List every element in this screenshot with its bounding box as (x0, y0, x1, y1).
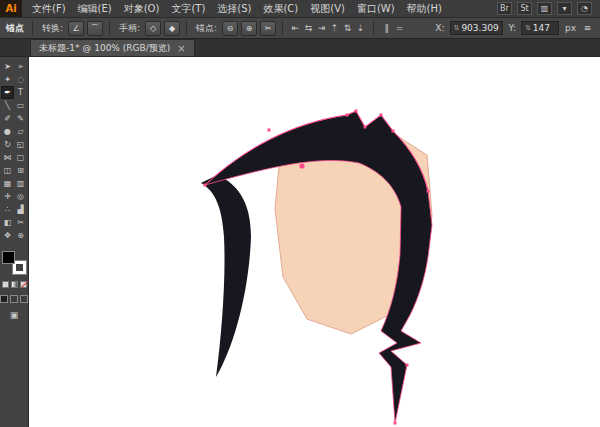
column-graph-tool[interactable]: ▟ (14, 203, 27, 216)
paintbrush-tool[interactable]: ✐ (1, 112, 14, 125)
control-groups: 转换:∠⌒手柄:◇◆锚点:⊖⊕✂ (39, 21, 276, 36)
menu-item[interactable]: 文件(F) (26, 0, 72, 17)
convert-to-smooth-button[interactable]: ⌒ (87, 21, 103, 36)
menu-item[interactable]: 文字(T) (165, 0, 211, 17)
selected-anchor-point[interactable] (299, 163, 304, 168)
styles-panel-icon[interactable]: St (517, 2, 532, 15)
artboard-tool[interactable]: ◧ (1, 216, 14, 229)
x-coordinate-input[interactable]: ⇅ 903.309 (450, 21, 503, 35)
none-icon[interactable] (20, 281, 27, 288)
shape-builder-tool[interactable]: ◫ (1, 164, 14, 177)
add-anchor-button[interactable]: ⊕ (241, 21, 257, 36)
blend-tool[interactable]: ◎ (14, 190, 27, 203)
anchor-point[interactable] (392, 130, 395, 133)
y-coordinate-value: 147 (533, 23, 550, 33)
show-handles-button[interactable]: ◇ (145, 21, 161, 36)
rectangle-tool[interactable]: ▭ (14, 99, 27, 112)
gradient-tool[interactable]: ▥ (14, 177, 27, 190)
cut-path-button[interactable]: ✂ (260, 21, 276, 36)
zoom-tool[interactable]: ⊕ (14, 229, 27, 242)
artwork-svg (29, 57, 600, 427)
close-icon[interactable]: × (177, 43, 185, 54)
menu-item[interactable]: 选择(S) (211, 0, 257, 17)
distribute-h-icon[interactable]: ∥ (380, 22, 393, 35)
line-tool[interactable]: ╲ (1, 99, 14, 112)
document-tab-title: 未标题-1* @ 100% (RGB/预览) (39, 42, 170, 55)
selection-tool[interactable]: ➤ (1, 60, 14, 73)
free-transform-tool[interactable]: ▢ (14, 151, 27, 164)
align-icons: ⇤⇆⇥⇡⇅⇣ (289, 22, 367, 35)
menu-item[interactable]: 帮助(H) (401, 0, 448, 17)
cs-live-icon[interactable]: ◔ (577, 2, 592, 15)
align-top-icon[interactable]: ⇡ (328, 22, 341, 35)
gradient-icon[interactable] (11, 281, 18, 288)
fill-swatch[interactable] (2, 251, 15, 264)
width-tool[interactable]: ⋈ (1, 151, 14, 164)
hair-left-strand[interactable] (201, 175, 251, 377)
anchor-point[interactable] (268, 129, 271, 132)
chevron-down-icon[interactable]: ▾ (557, 2, 572, 15)
pen-tool[interactable]: ✒ (1, 86, 14, 99)
anchor-point[interactable] (346, 114, 349, 117)
convert-to-corner-button[interactable]: ∠ (68, 21, 84, 36)
anchor-point[interactable] (427, 190, 430, 193)
symbol-sprayer-tool[interactable]: ∴ (1, 203, 14, 216)
perspective-grid-tool[interactable]: ⊞ (14, 164, 27, 177)
mesh-tool[interactable]: ▦ (1, 177, 14, 190)
remove-anchor-button[interactable]: ⊖ (222, 21, 238, 36)
align-left-icon[interactable]: ⇤ (289, 22, 302, 35)
stepper-icon[interactable]: ⇅ (454, 24, 460, 32)
screen-mode-icon[interactable]: ▣ (10, 310, 19, 320)
scale-tool[interactable]: ◱ (14, 138, 27, 151)
workspace-layout-icon[interactable]: ▥ (537, 2, 552, 15)
separator (373, 21, 374, 35)
document-tab[interactable]: 未标题-1* @ 100% (RGB/预览) × (30, 39, 195, 56)
anchor-point[interactable] (380, 114, 383, 117)
draw-normal-icon[interactable] (0, 295, 8, 303)
y-coordinate-input[interactable]: ⇅ 147 (521, 21, 559, 35)
menu-item[interactable]: 窗口(W) (351, 0, 401, 17)
type-tool[interactable]: T (14, 86, 27, 99)
draw-inside-icon[interactable] (20, 295, 28, 303)
color-type-row (2, 281, 27, 288)
anchor-point[interactable] (204, 184, 207, 187)
pencil-tool[interactable]: ✎ (14, 112, 27, 125)
main-area: ➤➢✦◌✒T╲▭✐✎●▱↻◱⋈▢◫⊞▦▥✛◎∴▟◧✂✥⊕ ▣ (0, 57, 600, 427)
align-bottom-icon[interactable]: ⇣ (354, 22, 367, 35)
rotate-tool[interactable]: ↻ (1, 138, 14, 151)
anchor-point[interactable] (364, 126, 367, 129)
hide-handles-button[interactable]: ◆ (164, 21, 180, 36)
panel-menu-icon[interactable]: ≡ (581, 22, 594, 35)
unit-label: px (565, 23, 576, 33)
anchor-point[interactable] (394, 422, 397, 425)
menu-item[interactable]: 效果(C) (257, 0, 304, 17)
eyedropper-tool[interactable]: ✛ (1, 190, 14, 203)
control-bar: 锚点 转换:∠⌒手柄:◇◆锚点:⊖⊕✂ ⇤⇆⇥⇡⇅⇣ ∥= X: ⇅ 903.3… (0, 18, 600, 39)
align-h-center-icon[interactable]: ⇆ (302, 22, 315, 35)
color-icon[interactable] (2, 281, 9, 288)
x-coordinate-value: 903.309 (461, 23, 498, 33)
blob-brush-tool[interactable]: ● (1, 125, 14, 138)
anchor-point[interactable] (355, 110, 358, 113)
draw-behind-icon[interactable] (10, 295, 18, 303)
magic-wand-tool[interactable]: ✦ (1, 73, 14, 86)
eraser-tool[interactable]: ▱ (14, 125, 27, 138)
lasso-tool[interactable]: ◌ (14, 73, 27, 86)
direct-selection-tool[interactable]: ➢ (14, 60, 27, 73)
anchor-point[interactable] (406, 364, 409, 367)
menu-item[interactable]: 视图(V) (304, 0, 351, 17)
tool-grid: ➤➢✦◌✒T╲▭✐✎●▱↻◱⋈▢◫⊞▦▥✛◎∴▟◧✂✥⊕ (1, 60, 27, 242)
slice-tool[interactable]: ✂ (14, 216, 27, 229)
brushes-panel-icon[interactable]: Br (497, 2, 512, 15)
align-right-icon[interactable]: ⇥ (315, 22, 328, 35)
y-label: Y: (509, 23, 516, 33)
menu-item[interactable]: 编辑(E) (72, 0, 118, 17)
distribute-v-icon[interactable]: = (393, 22, 406, 35)
hand-tool[interactable]: ✥ (1, 229, 14, 242)
menu-bar: Ai 文件(F)编辑(E)对象(O)文字(T)选择(S)效果(C)视图(V)窗口… (0, 0, 600, 18)
align-v-center-icon[interactable]: ⇅ (341, 22, 354, 35)
fill-stroke-swatches (2, 251, 26, 274)
menu-item[interactable]: 对象(O) (118, 0, 166, 17)
canvas[interactable] (29, 57, 600, 427)
stepper-icon[interactable]: ⇅ (525, 24, 531, 32)
